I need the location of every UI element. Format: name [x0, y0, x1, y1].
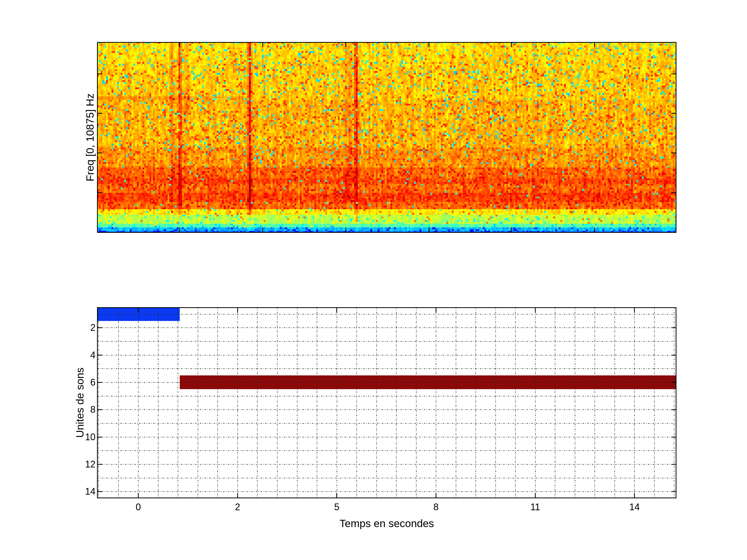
x-tick-mark	[345, 228, 346, 233]
y-tick-mark	[97, 192, 102, 193]
vertical-gridline	[535, 307, 536, 498]
spectrogram-ylabel: Freq [0, 10875] Hz	[84, 93, 96, 182]
vertical-gridline	[475, 307, 476, 498]
x-tick-label: 8	[433, 502, 439, 512]
y-tick-mark	[97, 464, 102, 464]
x-tick-label: 11	[531, 502, 540, 512]
x-tick-mark	[634, 307, 635, 313]
horizontal-gridline	[97, 355, 676, 355]
vertical-gridline	[138, 307, 138, 498]
activity-ylabel: Unites de sons	[74, 367, 86, 437]
x-tick-mark	[262, 42, 263, 47]
vertical-gridline	[594, 307, 595, 498]
vertical-gridline	[257, 307, 258, 498]
vertical-gridline	[515, 307, 516, 498]
x-tick-mark	[511, 228, 512, 233]
x-tick-mark	[594, 42, 595, 47]
x-tick-mark	[179, 228, 180, 233]
x-axis-label: Temps en secondes	[339, 517, 434, 530]
vertical-gridline	[98, 307, 99, 498]
y-tick-mark	[97, 327, 102, 328]
y-tick-label: 14	[67, 487, 96, 496]
x-tick-mark	[179, 42, 180, 47]
y-tick-mark	[671, 113, 676, 113]
y-tick-mark	[671, 192, 676, 193]
x-tick-mark	[429, 228, 430, 233]
y-tick-mark	[671, 464, 676, 464]
x-tick-label: 0	[136, 502, 141, 512]
x-tick-label: 2	[235, 502, 240, 512]
x-tick-label: 14	[629, 502, 640, 512]
vertical-gridline	[217, 307, 218, 498]
vertical-gridline	[575, 307, 575, 498]
horizontal-gridline	[97, 327, 676, 328]
vertical-gridline	[277, 307, 278, 498]
horizontal-gridline	[97, 382, 676, 383]
vertical-gridline	[317, 307, 317, 498]
x-tick-mark	[594, 228, 595, 233]
vertical-gridline	[376, 307, 377, 498]
y-tick-mark	[97, 73, 102, 74]
vertical-gridline	[615, 307, 615, 498]
y-tick-mark	[671, 73, 676, 74]
vertical-gridline	[456, 307, 456, 498]
x-tick-mark	[511, 42, 512, 47]
y-tick-mark	[97, 491, 102, 492]
y-tick-mark	[671, 382, 676, 383]
horizontal-gridline	[97, 314, 676, 315]
x-tick-mark	[429, 42, 430, 47]
vertical-gridline	[634, 307, 635, 498]
horizontal-gridline	[97, 450, 676, 451]
x-tick-mark	[436, 493, 436, 498]
y-tick-label: 2	[67, 323, 96, 332]
y-tick-mark	[671, 153, 676, 153]
x-tick-mark	[535, 493, 536, 498]
activity-axes	[97, 307, 676, 498]
horizontal-gridline	[97, 341, 676, 342]
horizontal-gridline	[97, 423, 676, 424]
y-tick-mark	[671, 355, 676, 355]
vertical-gridline	[198, 307, 198, 498]
horizontal-gridline	[97, 464, 676, 464]
x-tick-mark	[634, 493, 635, 498]
matlab-figure-canvas: { "figure": { "background": "#ffffff", "…	[0, 0, 747, 560]
y-tick-mark	[671, 409, 676, 410]
vertical-gridline	[436, 307, 436, 498]
x-tick-mark	[237, 493, 238, 498]
x-tick-mark	[237, 307, 238, 313]
x-tick-mark	[336, 493, 337, 498]
vertical-gridline	[555, 307, 555, 498]
x-tick-mark	[345, 42, 346, 47]
horizontal-gridline	[97, 478, 676, 478]
x-tick-mark	[336, 307, 337, 313]
vertical-gridline	[396, 307, 396, 498]
x-tick-mark	[535, 307, 536, 313]
x-tick-mark	[138, 493, 139, 498]
vertical-gridline	[495, 307, 496, 498]
y-tick-mark	[671, 327, 676, 328]
y-tick-mark	[97, 436, 102, 437]
vertical-gridline	[654, 307, 655, 498]
vertical-gridline	[118, 307, 119, 498]
horizontal-gridline	[97, 368, 676, 369]
vertical-gridline	[337, 307, 337, 498]
y-tick-mark	[97, 113, 102, 113]
horizontal-gridline	[97, 396, 676, 396]
horizontal-gridline	[97, 437, 676, 437]
vertical-gridline	[237, 307, 238, 498]
spectrogram-axes	[97, 42, 676, 233]
y-tick-mark	[97, 409, 102, 410]
x-tick-mark	[436, 307, 436, 313]
vertical-gridline	[416, 307, 416, 498]
x-tick-label: 5	[334, 502, 339, 512]
y-tick-mark	[97, 153, 102, 153]
y-tick-mark	[671, 491, 676, 492]
activity-gridlines	[97, 307, 676, 498]
y-tick-mark	[97, 355, 102, 355]
y-tick-mark	[671, 436, 676, 437]
y-tick-label: 12	[67, 460, 96, 469]
horizontal-gridline	[97, 491, 676, 492]
x-tick-mark	[262, 228, 263, 233]
y-tick-mark	[97, 382, 102, 383]
x-tick-mark	[138, 307, 139, 313]
